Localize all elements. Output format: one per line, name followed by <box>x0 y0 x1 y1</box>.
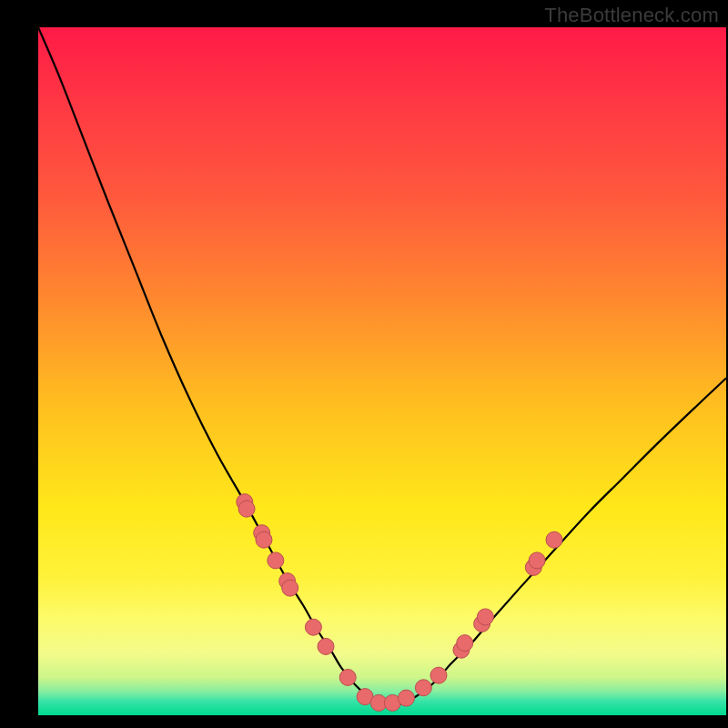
data-point <box>339 669 356 685</box>
data-point <box>318 638 334 654</box>
data-point <box>529 552 545 569</box>
bottleneck-chart <box>0 0 728 728</box>
data-point <box>415 680 431 696</box>
data-point <box>430 667 447 683</box>
data-point <box>457 635 473 652</box>
data-point <box>398 690 414 706</box>
data-point <box>238 500 255 517</box>
data-point <box>268 552 284 569</box>
watermark-text: TheBottleneck.com <box>544 4 719 27</box>
data-point <box>256 531 272 548</box>
data-point <box>282 580 298 596</box>
chart-container: TheBottleneck.com <box>0 0 728 728</box>
data-point <box>477 609 493 625</box>
plot-background <box>38 27 726 715</box>
data-point <box>546 531 562 548</box>
data-point <box>305 619 321 635</box>
